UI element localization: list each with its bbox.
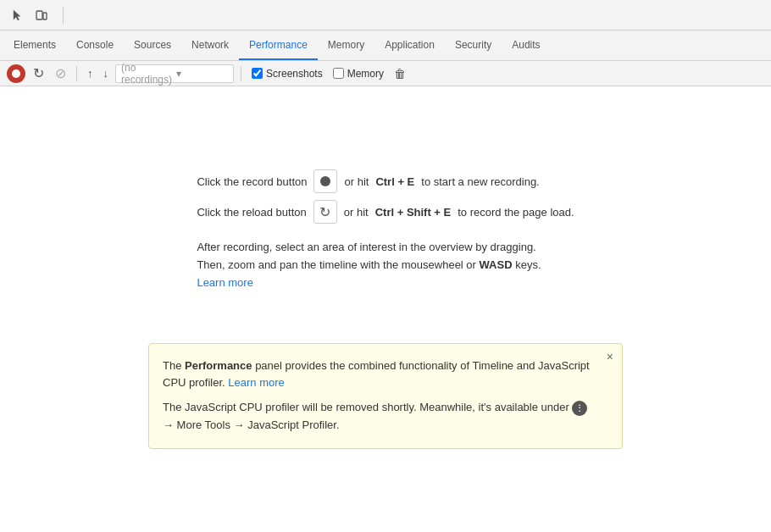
instructions-area: Click the record button or hit Ctrl + E … [197, 169, 574, 291]
instruction-record-action: to start a new recording. [421, 175, 539, 188]
tab-performance[interactable]: Performance [239, 30, 318, 60]
infobox-line2: The JavaScript CPU profiler will be remo… [163, 399, 591, 435]
infobox-line1-prefix: The [163, 359, 181, 372]
devtools-top-bar [0, 0, 771, 30]
upload-button[interactable]: ↑ [84, 65, 97, 81]
extra-text-1: After recording, select an area of inter… [197, 241, 535, 253]
clear-button[interactable]: 🗑 [391, 65, 409, 82]
performance-toolbar: ↻ ⊘ ↑ ↓ (no recordings) ▾ Screenshots Me… [0, 61, 771, 86]
instruction-reload-action: to record the page load. [458, 206, 574, 219]
reload-button-demo: ↻ [313, 200, 337, 224]
infobox-performance-bold: Performance [185, 359, 252, 372]
reload-circle-icon: ↻ [319, 204, 330, 220]
infobox-learn-more-link[interactable]: Learn more [228, 376, 284, 389]
info-box: × The Performance panel provides the com… [148, 343, 623, 449]
nav-tabs: Elements Console Sources Network Perform… [0, 30, 771, 61]
recordings-dropdown[interactable]: (no recordings) ▾ [115, 64, 234, 83]
memory-checkbox[interactable] [333, 68, 344, 79]
tab-console[interactable]: Console [66, 30, 124, 60]
svg-rect-1 [43, 13, 47, 19]
tab-sources[interactable]: Sources [124, 30, 181, 60]
toolbar-divider-1 [76, 66, 77, 81]
record-circle-icon [320, 176, 330, 186]
instruction-record-or: or hit [344, 175, 369, 188]
more-tools-icon: ⋮ [572, 401, 587, 416]
screenshots-label: Screenshots [266, 68, 323, 80]
tab-elements[interactable]: Elements [3, 30, 66, 60]
tab-application[interactable]: Application [374, 30, 445, 60]
infobox-line1: The Performance panel provides the combi… [163, 357, 591, 393]
download-button[interactable]: ↓ [100, 65, 113, 81]
svg-rect-0 [36, 11, 42, 19]
instruction-reload: Click the reload button ↻ or hit Ctrl + … [197, 200, 574, 224]
record-button[interactable] [7, 64, 25, 83]
recordings-placeholder: (no recordings) [121, 62, 173, 86]
record-dot [12, 69, 20, 78]
tab-audits[interactable]: Audits [502, 30, 550, 60]
tab-network[interactable]: Network [181, 30, 239, 60]
instruction-reload-keys: Ctrl + Shift + E [375, 206, 452, 219]
top-bar-divider [63, 7, 64, 24]
main-content: Click the record button or hit Ctrl + E … [0, 86, 771, 532]
wasd-keys: WASD [480, 258, 513, 271]
reload-button[interactable]: ↻ [29, 64, 47, 83]
memory-checkbox-label[interactable]: Memory [330, 66, 387, 81]
tab-memory[interactable]: Memory [318, 30, 374, 60]
cursor-icon[interactable] [7, 4, 29, 26]
toolbar-divider-2 [241, 66, 241, 81]
dropdown-arrow-icon: ▾ [176, 68, 228, 80]
infobox-line2-text: The JavaScript CPU profiler will be remo… [163, 401, 572, 413]
extra-text-2: Then, zoom and pan the timeline with the… [197, 258, 476, 271]
info-box-close-button[interactable]: × [607, 351, 613, 363]
instruction-record: Click the record button or hit Ctrl + E … [197, 169, 539, 193]
devtools-icons [7, 4, 53, 26]
screenshots-checkbox-label[interactable]: Screenshots [248, 66, 326, 81]
learn-more-link[interactable]: Learn more [197, 276, 252, 289]
extra-text-2-end: keys. [515, 258, 541, 271]
instruction-record-prefix: Click the record button [197, 175, 307, 188]
instruction-record-keys: Ctrl + E [375, 175, 414, 188]
stop-button[interactable]: ⊘ [51, 64, 69, 83]
infobox-line2-suffix: → More Tools → JavaScript Profiler. [163, 418, 340, 431]
instruction-reload-prefix: Click the reload button [197, 206, 306, 219]
record-button-demo [313, 169, 337, 193]
device-icon[interactable] [31, 4, 53, 26]
memory-label: Memory [347, 68, 384, 80]
screenshots-checkbox[interactable] [252, 68, 263, 79]
extra-instructions: After recording, select an area of inter… [197, 239, 541, 291]
instruction-reload-or: or hit [344, 206, 369, 219]
tab-security[interactable]: Security [445, 30, 502, 60]
